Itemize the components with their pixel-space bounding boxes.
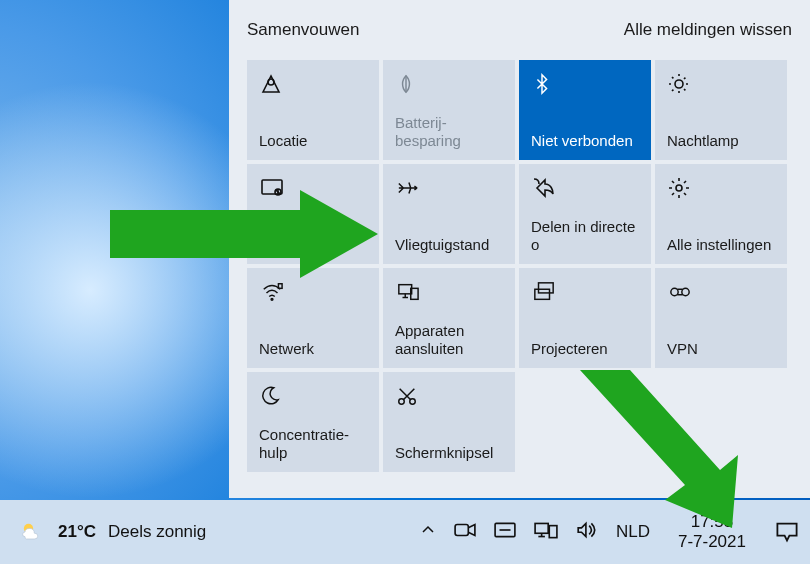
moon-icon	[259, 382, 287, 410]
action-center-panel: Samenvouwen Alle meldingen wissen Locati…	[229, 0, 810, 498]
tile-network[interactable]: Netwerk	[247, 268, 379, 368]
tile-project[interactable]: Projecteren	[519, 268, 651, 368]
svg-point-15	[676, 185, 682, 191]
svg-rect-17	[278, 284, 282, 289]
tile-label: Projecteren	[531, 340, 639, 358]
weather-widget[interactable]: 21°C Deels zonnig	[18, 518, 206, 546]
svg-point-16	[271, 298, 273, 300]
tile-nearby-sharing[interactable]: Delen in directe o	[519, 164, 651, 264]
tile-location[interactable]: Locatie	[247, 60, 379, 160]
tile-label: Niet verbonden	[531, 132, 639, 150]
svg-point-25	[682, 288, 689, 295]
tile-label: Alle instellingen	[667, 236, 775, 254]
share-icon	[531, 174, 559, 202]
language-indicator[interactable]: NLD	[616, 522, 650, 542]
taskbar: 21°C Deels zonnig NLD 17:55 7-7-2021	[0, 500, 810, 564]
tile-label: VPN	[667, 340, 775, 358]
clock-time: 17:55	[691, 512, 734, 532]
weather-temp: 21°C	[58, 522, 96, 542]
svg-line-7	[672, 77, 674, 79]
tile-airplane-mode[interactable]: Vliegtuigstand	[383, 164, 515, 264]
connect-icon	[395, 278, 423, 306]
system-tray: NLD 17:55 7-7-2021	[420, 512, 800, 552]
tile-connect-devices[interactable]: Apparaten aansluiten	[383, 268, 515, 368]
volume-tray-icon[interactable]	[576, 521, 598, 544]
tray-overflow-chevron-icon[interactable]	[420, 522, 436, 543]
tile-label: Concentratie-hulp	[259, 426, 367, 462]
input-indicator-icon[interactable]	[494, 521, 516, 544]
tile-label: Apparaten aansluiten	[395, 322, 503, 358]
tablet-icon	[259, 174, 287, 202]
weather-desc: Deels zonnig	[108, 522, 206, 542]
tile-label: Tabletmodus	[259, 236, 367, 254]
tile-focus-assist[interactable]: Concentratie-hulp	[247, 372, 379, 472]
clear-notifications-link[interactable]: Alle meldingen wissen	[624, 20, 792, 40]
project-icon	[531, 278, 559, 306]
location-icon	[259, 70, 287, 98]
action-center-button[interactable]	[774, 519, 800, 545]
svg-rect-23	[535, 289, 550, 299]
collapse-link[interactable]: Samenvouwen	[247, 20, 359, 40]
tile-all-settings[interactable]: Alle instellingen	[655, 164, 787, 264]
quick-actions-grid: Locatie Batterij-besparing Niet verbonde…	[247, 60, 792, 472]
network-tray-icon[interactable]	[534, 521, 558, 544]
svg-line-9	[672, 89, 674, 91]
tile-label: Delen in directe o	[531, 218, 639, 254]
svg-point-24	[671, 288, 678, 295]
svg-line-10	[684, 77, 686, 79]
weather-icon	[18, 518, 46, 546]
svg-point-2	[675, 80, 683, 88]
brightness-icon	[667, 70, 695, 98]
wifi-icon	[259, 278, 287, 306]
tile-label: Netwerk	[259, 340, 367, 358]
airplane-icon	[395, 174, 423, 202]
meet-now-icon[interactable]	[454, 521, 476, 544]
svg-rect-33	[455, 524, 468, 535]
svg-line-8	[684, 89, 686, 91]
snip-icon	[395, 382, 423, 410]
tile-label: Locatie	[259, 132, 367, 150]
tile-screen-snip[interactable]: Schermknipsel	[383, 372, 515, 472]
tile-bluetooth[interactable]: Niet verbonden	[519, 60, 651, 160]
tile-label: Vliegtuigstand	[395, 236, 503, 254]
svg-rect-36	[535, 523, 548, 533]
svg-rect-39	[549, 525, 557, 537]
bluetooth-icon	[531, 70, 559, 98]
tile-night-light[interactable]: Nachtlamp	[655, 60, 787, 160]
tile-label: Schermknipsel	[395, 444, 503, 462]
tile-battery-saver[interactable]: Batterij-besparing	[383, 60, 515, 160]
gear-icon	[667, 174, 695, 202]
leaf-icon	[395, 70, 423, 98]
tile-label: Batterij-besparing	[395, 114, 503, 150]
taskbar-clock[interactable]: 17:55 7-7-2021	[678, 512, 746, 552]
action-center-header: Samenvouwen Alle meldingen wissen	[247, 0, 792, 60]
tile-vpn[interactable]: VPN	[655, 268, 787, 368]
svg-rect-22	[539, 283, 554, 293]
tile-label: Nachtlamp	[667, 132, 775, 150]
tile-tablet-mode[interactable]: Tabletmodus	[247, 164, 379, 264]
clock-date: 7-7-2021	[678, 532, 746, 552]
svg-rect-18	[399, 285, 412, 294]
vpn-icon	[667, 278, 695, 306]
